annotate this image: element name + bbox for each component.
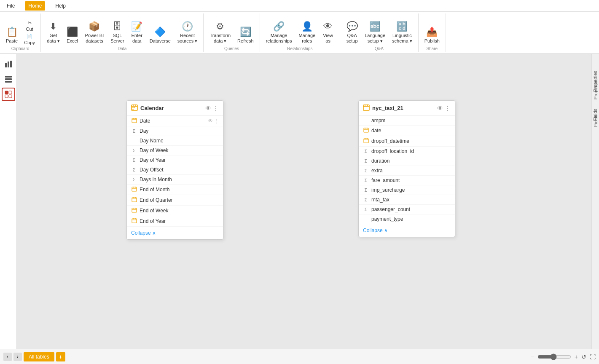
zoom-minus-button[interactable]: − xyxy=(531,353,534,360)
calendar-field-dayoffset: Σ Day Offset xyxy=(127,165,223,175)
qa-buttons: 💬 Q&Asetup 🔤 Languagesetup ▾ 🔡 Linguisti… xyxy=(344,13,415,46)
calendar-field-dayofyear: Σ Day of Year xyxy=(127,155,223,165)
excel-button[interactable]: ⬛ Excel xyxy=(64,15,81,46)
manage-roles-label: Manageroles xyxy=(298,33,315,44)
sidebar-icon-report[interactable] xyxy=(2,57,15,71)
zoom-reset-button[interactable]: ↺ xyxy=(581,353,586,360)
linguistic-label: Linguisticschema ▾ xyxy=(392,33,412,44)
fit-button[interactable]: ⛶ xyxy=(590,353,596,360)
endofyear-cal-icon xyxy=(131,218,137,225)
svg-rect-41 xyxy=(364,128,368,132)
cut-label: Cut xyxy=(26,27,33,32)
manage-rel-label: Managerelationships xyxy=(266,33,292,44)
menu-bar: File Home Help xyxy=(0,0,599,12)
calendar-field-endofyear: End of Year xyxy=(127,216,223,227)
qa-setup-button[interactable]: 💬 Q&Asetup xyxy=(344,15,360,46)
imp-surcharge-sigma-icon: Σ xyxy=(363,187,369,193)
menu-help[interactable]: Help xyxy=(52,1,69,11)
power-bi-label: Power BIdatasets xyxy=(85,33,104,44)
endofmonth-cal-icon xyxy=(131,186,137,193)
refresh-button[interactable]: 🔄 Refresh xyxy=(235,15,256,46)
linguistic-schema-button[interactable]: 🔡 Linguisticschema ▾ xyxy=(389,15,415,46)
nyc-taxi-table-icon xyxy=(363,104,370,112)
nyc-taxi-more-icon[interactable]: ⋮ xyxy=(445,105,451,112)
add-table-tab-button[interactable]: + xyxy=(56,352,65,361)
svg-rect-33 xyxy=(132,219,137,223)
field-name-nyc-date: date xyxy=(371,128,451,134)
language-setup-button[interactable]: 🔤 Languagesetup ▾ xyxy=(362,15,388,46)
field-name-mta: mta_tax xyxy=(371,197,451,203)
nyc-field-dropoff-datetime: dropoff_datetime xyxy=(359,136,455,147)
zoom-controls: − + ↺ ⛶ xyxy=(531,353,596,360)
calendar-collapse-link[interactable]: Collapse ∧ xyxy=(127,227,223,239)
field-name-endofquarter: End of Quarter xyxy=(140,197,219,203)
calendar-more-icon[interactable]: ⋮ xyxy=(213,105,219,112)
power-bi-datasets-button[interactable]: 📦 Power BIdatasets xyxy=(83,15,107,46)
zoom-slider[interactable] xyxy=(537,353,571,360)
nyc-taxi-collapse-link[interactable]: Collapse ∧ xyxy=(359,224,455,237)
date-more-icon[interactable]: ⋮ xyxy=(214,118,219,124)
share-label: Share xyxy=(422,46,442,52)
ribbon-group-share: 📤 Publish Share xyxy=(419,13,446,52)
svg-rect-45 xyxy=(364,139,368,143)
calendar-field-endofquarter: End of Quarter xyxy=(127,195,223,206)
duration-sigma-icon: Σ xyxy=(363,158,369,163)
field-name-dropoff-loc: dropoff_location_id xyxy=(371,148,451,154)
svg-rect-15 xyxy=(134,107,135,108)
sql-icon: 🗄 xyxy=(113,22,122,31)
passenger-sigma-icon: Σ xyxy=(363,207,369,212)
tab-nav-next[interactable]: › xyxy=(13,353,22,361)
zoom-plus-button[interactable]: + xyxy=(575,353,578,360)
calendar-table-card: Calendar 👁 ⋮ Date 👁 ⋮ Σ Day xyxy=(126,100,223,240)
transform-data-button[interactable]: ⚙ Transformdata ▾ xyxy=(207,15,233,46)
clipboard-buttons: 📋 Paste ✂ Cut 📄 Copy xyxy=(3,13,37,46)
extra-sigma-icon: Σ xyxy=(363,168,369,173)
recent-sources-icon: 🕐 xyxy=(182,22,193,31)
fields-label[interactable]: Fields xyxy=(593,109,598,121)
properties-label[interactable]: Properties xyxy=(593,71,598,92)
cut-copy-group: ✂ Cut 📄 Copy xyxy=(22,19,37,46)
language-icon: 🔤 xyxy=(369,22,381,31)
field-name-endofmonth: End of Month xyxy=(140,187,219,193)
calendar-field-dayofweek: Σ Day of Week xyxy=(127,146,223,155)
dayoffset-sigma-icon: Σ xyxy=(131,167,137,172)
tab-nav-prev[interactable]: ‹ xyxy=(3,353,12,361)
manage-roles-icon: 👤 xyxy=(301,22,313,31)
transform-icon: ⚙ xyxy=(216,22,224,31)
nyc-taxi-eye-icon[interactable]: 👁 xyxy=(437,105,443,112)
field-name-dayofweek: Day of Week xyxy=(140,147,219,153)
calendar-eye-icon[interactable]: 👁 xyxy=(205,105,211,112)
sql-server-button[interactable]: 🗄 SQLServer xyxy=(108,15,126,46)
sidebar-icon-model[interactable] xyxy=(2,88,15,101)
nyc-taxi-table-card: nyc_taxi_21 👁 ⋮ ampm date d xyxy=(358,100,455,237)
menu-home[interactable]: Home xyxy=(25,1,45,11)
view-as-button[interactable]: 👁 Viewas xyxy=(320,15,336,46)
svg-rect-8 xyxy=(5,95,8,98)
copy-button[interactable]: 📄 Copy xyxy=(22,33,37,46)
publish-button[interactable]: 📤 Publish xyxy=(422,15,442,46)
endofquarter-cal-icon xyxy=(131,197,137,203)
svg-rect-7 xyxy=(9,91,12,94)
dataverse-button[interactable]: 🔷 Dataverse xyxy=(147,15,173,46)
nyc-taxi-table-title: nyc_taxi_21 xyxy=(372,105,435,111)
nyc-field-dropoff-loc: Σ dropoff_location_id xyxy=(359,147,455,156)
day-sigma-icon: Σ xyxy=(131,128,137,134)
qa-label: Q&Asetup xyxy=(347,33,358,44)
ribbon-group-qa: 💬 Q&Asetup 🔤 Languagesetup ▾ 🔡 Linguisti… xyxy=(340,13,419,52)
cut-button[interactable]: ✂ Cut xyxy=(22,19,37,32)
sql-label: SQLServer xyxy=(110,33,124,44)
manage-roles-button[interactable]: 👤 Manageroles xyxy=(296,15,318,46)
data-buttons: ⬇ Getdata ▾ ⬛ Excel 📦 Power BIdatasets 🗄… xyxy=(44,13,200,46)
field-name-duration: duration xyxy=(371,158,451,164)
recent-sources-button[interactable]: 🕐 Recentsources ▾ xyxy=(175,15,200,46)
enter-data-button[interactable]: 📝 Enterdata xyxy=(129,15,145,46)
sidebar-icon-data[interactable] xyxy=(2,72,15,86)
all-tables-tab[interactable]: All tables xyxy=(24,352,54,361)
menu-file[interactable]: File xyxy=(3,1,18,11)
power-bi-icon: 📦 xyxy=(89,22,100,31)
get-data-button[interactable]: ⬇ Getdata ▾ xyxy=(44,15,62,46)
date-eye-icon[interactable]: 👁 xyxy=(208,118,213,124)
paste-button[interactable]: 📋 Paste xyxy=(3,15,20,46)
manage-relationships-button[interactable]: 🔗 Managerelationships xyxy=(263,15,295,46)
calendar-field-daysinmonth: Σ Days in Month xyxy=(127,175,223,185)
